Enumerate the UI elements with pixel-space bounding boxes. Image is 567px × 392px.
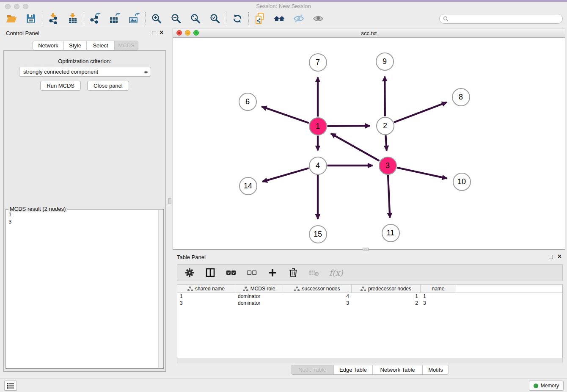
graph-node-1[interactable]: 1 [309,117,327,135]
cell-predecessor-nodes[interactable]: 1 [352,293,421,300]
graph-node-14[interactable]: 14 [239,177,257,195]
function-builder-icon[interactable]: f(x) [329,268,343,277]
network-window-title: scc.txt [173,30,565,36]
optimization-criterion-select[interactable]: strongly connected component [19,67,151,77]
edge-4-14[interactable] [262,168,308,182]
network-close-icon[interactable]: × [176,30,182,36]
column-visibility-icon[interactable] [205,267,216,278]
edge-2-8[interactable] [394,102,447,122]
mcds-result-text: 1 3 [8,211,11,225]
search-icon [443,16,449,22]
graph-node-8[interactable]: 8 [452,88,470,106]
tab-select[interactable]: Select [86,41,114,50]
tab-node-table[interactable]: Node Table [291,365,333,374]
run-mcds-button[interactable]: Run MCDS [40,81,81,91]
save-session-icon[interactable] [25,13,36,24]
delete-table-icon[interactable] [308,267,319,278]
export-table-icon[interactable] [109,13,120,24]
mcds-result-box: MCDS result (2 nodes) 1 3 [6,209,164,369]
export-network-icon[interactable] [90,13,101,24]
graph-node-6[interactable]: 6 [239,93,257,111]
tab-network[interactable]: Network [33,41,63,50]
copy-network-icon[interactable] [254,13,265,24]
tree-icon [294,286,300,292]
tab-edge-table[interactable]: Edge Table [333,365,372,374]
vertical-splitter-handle[interactable] [168,198,171,204]
column-header-successor-nodes[interactable]: successor nodes [283,285,352,293]
add-column-icon[interactable] [267,267,278,278]
select-all-rows-icon[interactable] [226,267,237,278]
edge-3-1[interactable] [331,133,379,161]
cell-successor-nodes[interactable]: 3 [283,300,352,306]
network-canvas[interactable]: 7968124314101511 [173,38,565,249]
delete-column-icon[interactable] [288,267,299,278]
tab-motifs[interactable]: Motifs [422,365,449,374]
zoom-fit-icon[interactable] [190,13,201,24]
float-table-panel-icon[interactable] [549,255,553,259]
graph-node-7[interactable]: 7 [309,53,327,72]
edge-3-10[interactable] [397,168,447,179]
network-window-titlebar: scc.txt × − + [173,28,565,38]
search-input[interactable] [451,16,562,22]
cell-mcds-role[interactable]: dominator [235,293,283,300]
task-history-button[interactable] [4,381,17,391]
table-row[interactable]: 1dominator411 [177,293,562,300]
deselect-all-rows-icon[interactable] [246,267,257,278]
column-header-shared-name[interactable]: shared name [177,285,235,293]
cell-name[interactable]: 1 [421,293,456,300]
show-all-icon[interactable] [313,13,324,24]
network-minimize-icon[interactable]: − [185,30,190,36]
search-field[interactable] [439,14,563,24]
import-network-icon[interactable] [48,13,59,24]
graph-node-11[interactable]: 11 [382,224,400,242]
edge-1-6[interactable] [262,107,309,123]
zoom-out-icon[interactable] [171,13,182,24]
import-table-icon[interactable] [67,13,78,24]
open-session-icon[interactable] [6,13,17,24]
graph-node-4[interactable]: 4 [309,157,327,175]
cell-name[interactable]: 3 [421,300,456,306]
cell-mcds-role[interactable]: dominator [235,300,283,306]
refresh-view-icon[interactable] [232,13,243,24]
graph-node-3[interactable]: 3 [379,157,397,175]
table-tabs: Node TableEdge TableNetwork TableMotifs [173,365,567,375]
zoom-selected-icon[interactable] [209,13,220,24]
list-icon [7,382,14,389]
window-titlebar: Session: New Session [0,2,567,11]
network-maximize-icon[interactable]: + [193,30,199,36]
graph-node-15[interactable]: 15 [309,225,327,243]
cell-successor-nodes[interactable]: 4 [283,293,352,300]
memory-button[interactable]: Memory [529,381,564,391]
tab-mcds[interactable]: MCDS [114,41,138,50]
optimization-criterion-label: Optimization criterion: [4,58,165,64]
tab-style[interactable]: Style [63,41,86,50]
graph-node-10[interactable]: 10 [453,173,471,191]
column-header-predecessor-nodes[interactable]: predecessor nodes [352,285,421,293]
zoom-in-icon[interactable] [151,13,162,24]
result-scrollbar[interactable] [158,210,163,368]
hide-selected-icon[interactable] [293,13,304,24]
edge-3-11[interactable] [388,175,390,218]
cell-shared-name[interactable]: 1 [177,293,235,300]
column-header-mcds-role[interactable]: MCDS role [235,285,283,293]
tree-icon [243,286,248,292]
tab-network-table[interactable]: Network Table [372,365,422,374]
horizontal-splitter-handle[interactable] [363,248,369,251]
cell-shared-name[interactable]: 3 [177,300,235,306]
column-header-name[interactable]: name [421,285,456,293]
close-panel-icon[interactable]: × [160,30,163,36]
close-table-panel-icon[interactable]: × [558,254,561,259]
table-row[interactable]: 3dominator323 [177,300,562,306]
close-panel-button[interactable]: Close panel [87,81,129,91]
edge-1-2[interactable] [327,126,370,126]
graph-node-2[interactable]: 2 [376,117,394,135]
float-panel-icon[interactable] [152,31,156,35]
node-table[interactable]: shared nameMCDS rolesuccessor nodesprede… [177,284,563,358]
cell-predecessor-nodes[interactable]: 2 [352,300,421,306]
export-image-icon[interactable] [129,13,140,24]
edge-2-3[interactable] [385,135,386,150]
first-neighbors-icon[interactable] [274,13,285,24]
edge-2-9[interactable] [385,76,385,116]
graph-node-9[interactable]: 9 [376,52,394,71]
table-settings-icon[interactable] [184,267,195,278]
